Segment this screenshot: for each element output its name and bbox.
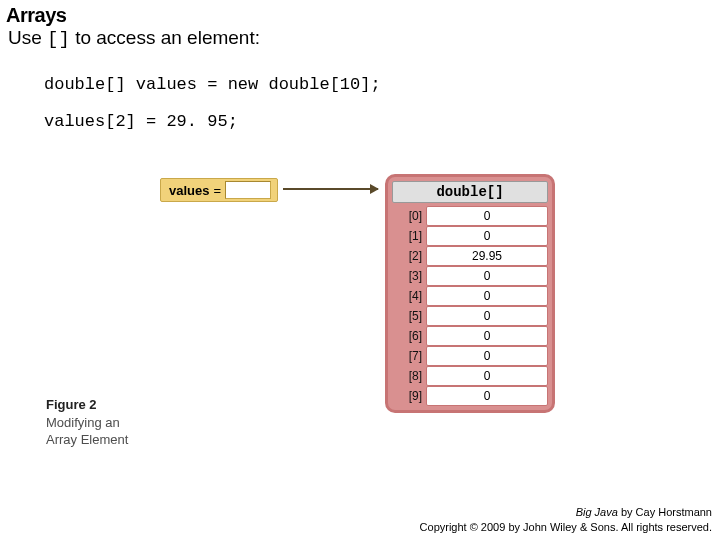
- array-cell: 0: [426, 286, 548, 306]
- array-cell: 0: [426, 386, 548, 406]
- array-index: [5]: [392, 306, 426, 326]
- figure-text-1: Modifying an: [46, 415, 120, 430]
- array-index: [9]: [392, 386, 426, 406]
- footer-copyright: Copyright © 2009 by John Wiley & Sons. A…: [420, 520, 712, 534]
- subtitle-post: to access an element:: [70, 27, 260, 48]
- array-cell: 0: [426, 326, 548, 346]
- equals-sign: =: [213, 183, 221, 198]
- subtitle-pre: Use: [8, 27, 47, 48]
- array-row: [5]0: [392, 306, 548, 326]
- array-index: [8]: [392, 366, 426, 386]
- array-index: [0]: [392, 206, 426, 226]
- array-diagram: values = double[] [0]0[1]0[2]29.95[3]0[4…: [160, 174, 610, 434]
- array-row: [9]0: [392, 386, 548, 406]
- array-row: [2]29.95: [392, 246, 548, 266]
- array-row: [6]0: [392, 326, 548, 346]
- array-cell: 0: [426, 366, 548, 386]
- array-cell: 0: [426, 226, 548, 246]
- book-title: Big Java: [576, 506, 618, 518]
- array-index: [7]: [392, 346, 426, 366]
- array-row: [0]0: [392, 206, 548, 226]
- array-cell: 29.95: [426, 246, 548, 266]
- reference-slot: [225, 181, 271, 199]
- figure-caption: Figure 2 Modifying an Array Element: [46, 396, 128, 449]
- code-line-1: double[] values = new double[10];: [44, 66, 720, 103]
- array-cell: 0: [426, 266, 548, 286]
- page-title: Arrays: [6, 4, 720, 27]
- code-line-2: values[2] = 29. 95;: [44, 103, 720, 140]
- code-block: double[] values = new double[10]; values…: [44, 66, 720, 141]
- subtitle: Use [] to access an element:: [8, 27, 720, 50]
- array-cell: 0: [426, 206, 548, 226]
- array-index: [4]: [392, 286, 426, 306]
- array-row: [3]0: [392, 266, 548, 286]
- book-author: by Cay Horstmann: [618, 506, 712, 518]
- array-index: [3]: [392, 266, 426, 286]
- figure-number: Figure 2: [46, 397, 97, 412]
- array-index: [2]: [392, 246, 426, 266]
- array-index: [1]: [392, 226, 426, 246]
- reference-arrow: [283, 188, 378, 190]
- footer: Big Java by Cay Horstmann Copyright © 20…: [420, 505, 712, 534]
- array-cell: 0: [426, 346, 548, 366]
- figure-text-2: Array Element: [46, 432, 128, 447]
- array-index: [6]: [392, 326, 426, 346]
- subtitle-brackets: []: [47, 28, 70, 50]
- variable-name: values: [169, 183, 209, 198]
- array-row: [7]0: [392, 346, 548, 366]
- footer-line-1: Big Java by Cay Horstmann: [420, 505, 712, 519]
- array-object: double[] [0]0[1]0[2]29.95[3]0[4]0[5]0[6]…: [385, 174, 555, 413]
- variable-box: values =: [160, 178, 278, 202]
- array-row: [8]0: [392, 366, 548, 386]
- array-row: [4]0: [392, 286, 548, 306]
- array-cell: 0: [426, 306, 548, 326]
- array-type-label: double[]: [392, 181, 548, 203]
- array-row: [1]0: [392, 226, 548, 246]
